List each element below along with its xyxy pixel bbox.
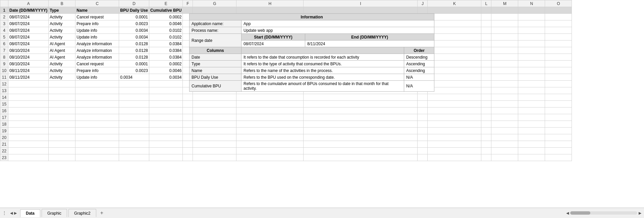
- cell-A18[interactable]: [8, 121, 49, 128]
- tab-data[interactable]: Data: [20, 209, 40, 217]
- cell-F1[interactable]: [183, 7, 193, 14]
- cell-J23[interactable]: [418, 154, 428, 161]
- cell-N15[interactable]: [518, 101, 545, 107]
- cell-C22[interactable]: [75, 148, 119, 154]
- cell-A8[interactable]: 08/10/2024: [8, 54, 49, 61]
- cell-M21[interactable]: [491, 141, 518, 148]
- cell-I16[interactable]: [304, 107, 418, 114]
- cell-O20[interactable]: [545, 134, 572, 141]
- cell-E2[interactable]: 0.0002: [149, 14, 183, 20]
- cell-B11[interactable]: Activity: [49, 74, 75, 81]
- cell-O10[interactable]: [545, 67, 572, 74]
- cell-M4[interactable]: [491, 27, 518, 34]
- cell-L6[interactable]: [481, 41, 491, 47]
- cell-F15[interactable]: [183, 101, 193, 107]
- cell-H19[interactable]: [236, 128, 304, 134]
- cell-L10[interactable]: [481, 67, 491, 74]
- cell-O13[interactable]: [545, 87, 572, 94]
- cell-F19[interactable]: [183, 128, 193, 134]
- cell-I21[interactable]: [304, 141, 418, 148]
- cell-M2[interactable]: [491, 14, 518, 20]
- cell-C18[interactable]: [75, 121, 119, 128]
- cell-H16[interactable]: [236, 107, 304, 114]
- cell-N1[interactable]: [518, 7, 545, 14]
- cell-E23[interactable]: [149, 154, 183, 161]
- cell-O11[interactable]: [545, 74, 572, 81]
- cell-J1[interactable]: [418, 7, 428, 14]
- cell-B18[interactable]: [49, 121, 75, 128]
- cell-L4[interactable]: [481, 27, 491, 34]
- cell-N19[interactable]: [518, 128, 545, 134]
- cell-E15[interactable]: [149, 101, 183, 107]
- cell-A7[interactable]: 08/10/2024: [8, 47, 49, 54]
- cell-M18[interactable]: [491, 121, 518, 128]
- cell-D16[interactable]: [119, 107, 149, 114]
- cell-K7[interactable]: [428, 47, 481, 54]
- cell-H22[interactable]: [236, 148, 304, 154]
- cell-N14[interactable]: [518, 94, 545, 101]
- cell-O22[interactable]: [545, 148, 572, 154]
- cell-D18[interactable]: [119, 121, 149, 128]
- cell-C12[interactable]: [75, 81, 119, 87]
- cell-L23[interactable]: [481, 154, 491, 161]
- cell-M12[interactable]: [491, 81, 518, 87]
- cell-K18[interactable]: [428, 121, 481, 128]
- cell-G1[interactable]: [193, 7, 236, 14]
- cell-L20[interactable]: [481, 134, 491, 141]
- cell-K6[interactable]: [428, 41, 481, 47]
- cell-E12[interactable]: [149, 81, 183, 87]
- cell-B5[interactable]: Activity: [49, 34, 75, 41]
- cell-B2[interactable]: Activity: [49, 14, 75, 20]
- cell-K21[interactable]: [428, 141, 481, 148]
- cell-D20[interactable]: [119, 134, 149, 141]
- cell-I20[interactable]: [304, 134, 418, 141]
- cell-O19[interactable]: [545, 128, 572, 134]
- cell-E17[interactable]: [149, 114, 183, 121]
- cell-I22[interactable]: [304, 148, 418, 154]
- cell-A9[interactable]: 08/10/2024: [8, 61, 49, 67]
- cell-G14[interactable]: [193, 94, 236, 101]
- cell-D5[interactable]: 0.0034: [119, 34, 149, 41]
- cell-M23[interactable]: [491, 154, 518, 161]
- cell-C14[interactable]: [75, 94, 119, 101]
- cell-I19[interactable]: [304, 128, 418, 134]
- cell-A22[interactable]: [8, 148, 49, 154]
- cell-O21[interactable]: [545, 141, 572, 148]
- cell-J20[interactable]: [418, 134, 428, 141]
- cell-H14[interactable]: [236, 94, 304, 101]
- cell-L21[interactable]: [481, 141, 491, 148]
- cell-K17[interactable]: [428, 114, 481, 121]
- cell-B12[interactable]: [49, 81, 75, 87]
- cell-C8[interactable]: Analyze information: [75, 54, 119, 61]
- cell-G17[interactable]: [193, 114, 236, 121]
- cell-M16[interactable]: [491, 107, 518, 114]
- cell-O12[interactable]: [545, 81, 572, 87]
- cell-F18[interactable]: [183, 121, 193, 128]
- nav-left[interactable]: ◀: [10, 211, 13, 215]
- cell-A10[interactable]: 08/11/2024: [8, 67, 49, 74]
- cell-B19[interactable]: [49, 128, 75, 134]
- cell-C19[interactable]: [75, 128, 119, 134]
- cell-C15[interactable]: [75, 101, 119, 107]
- cell-O8[interactable]: [545, 54, 572, 61]
- cell-G23[interactable]: [193, 154, 236, 161]
- cell-A20[interactable]: [8, 134, 49, 141]
- cell-H23[interactable]: [236, 154, 304, 161]
- cell-E22[interactable]: [149, 148, 183, 154]
- cell-M10[interactable]: [491, 67, 518, 74]
- cell-L9[interactable]: [481, 61, 491, 67]
- cell-I1[interactable]: [304, 7, 418, 14]
- cell-E20[interactable]: [149, 134, 183, 141]
- cell-M15[interactable]: [491, 101, 518, 107]
- cell-A19[interactable]: [8, 128, 49, 134]
- cell-K10[interactable]: [428, 67, 481, 74]
- cell-J18[interactable]: [418, 121, 428, 128]
- cell-O4[interactable]: [545, 27, 572, 34]
- cell-D15[interactable]: [119, 101, 149, 107]
- cell-F22[interactable]: [183, 148, 193, 154]
- scroll-right-arrow[interactable]: ▶: [639, 211, 641, 215]
- cell-L7[interactable]: [481, 47, 491, 54]
- cell-M13[interactable]: [491, 87, 518, 94]
- cell-L11[interactable]: [481, 74, 491, 81]
- cell-A23[interactable]: [8, 154, 49, 161]
